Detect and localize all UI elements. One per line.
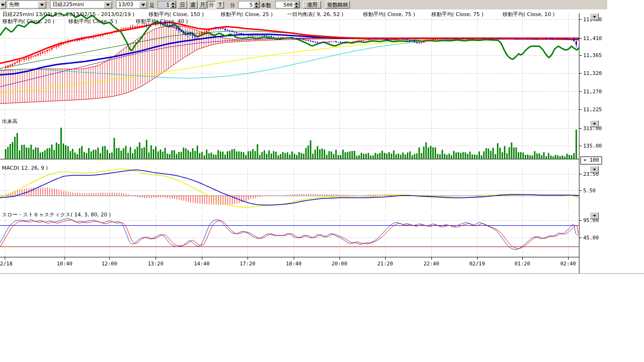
- x-axis-label: 13:20: [148, 261, 163, 267]
- minute-label: 分: [230, 2, 235, 9]
- bar-type-label: 足: [149, 2, 155, 9]
- x-axis-label: 17:20: [239, 261, 255, 267]
- macd-pane-title: MACD( 12, 26, 9 ): [2, 165, 48, 171]
- bar-interval-value: 1: [166, 2, 169, 8]
- stoch-pane-title: スロー・ストキャスティクス( 14, 3, 80, 20 ): [2, 211, 111, 218]
- legend-item: 移動平均( Close, 75 ): [363, 11, 415, 18]
- spin-up-button[interactable]: [170, 1, 176, 5]
- legend-item: 移動平均( Close, 20 ): [2, 18, 55, 25]
- spin-down-button[interactable]: [254, 5, 259, 8]
- instrument-type-select[interactable]: 先物: [7, 0, 47, 8]
- symbol-select[interactable]: 日経225mini: [50, 0, 113, 8]
- period-button-1[interactable]: 日: [178, 1, 187, 8]
- pane-menu-button[interactable]: [590, 120, 599, 127]
- x-axis-label: 21:20: [377, 261, 393, 267]
- multi-symbol-button[interactable]: 複数銘柄: [325, 1, 350, 8]
- y-axis-label: 45.00: [583, 235, 599, 241]
- volume-multiplier-box: × 100: [580, 156, 602, 165]
- y-axis-label: 11,365: [583, 52, 602, 58]
- left-partial-dropdown[interactable]: [0, 1, 6, 9]
- y-axis-label: 135.00: [583, 143, 602, 149]
- chevron-down-icon: [593, 123, 596, 125]
- symbol-value: 日経225mini: [50, 1, 112, 8]
- chevron-down-icon: [593, 16, 596, 18]
- x-axis-label: 20:00: [331, 261, 347, 267]
- bar-interval-stepper[interactable]: 1: [157, 1, 176, 8]
- x-axis-label: 10:40: [57, 261, 72, 267]
- chevron-down-icon[interactable]: [104, 1, 112, 8]
- legend-item: 移動平均( Close, 40 ): [136, 18, 188, 25]
- toolbar: 先物 日経225mini 13/03 足 1 日週月分T 分 5 本数 500 …: [0, 0, 607, 9]
- x-axis-label: 14:40: [194, 261, 209, 267]
- pane-menu-button[interactable]: [590, 166, 599, 173]
- x-axis-label: 12:00: [101, 261, 117, 267]
- period-button-5[interactable]: T: [216, 1, 224, 8]
- bar-count-stepper[interactable]: 500: [275, 1, 300, 8]
- minute-stepper[interactable]: 5: [238, 1, 260, 8]
- legend-item: 移動平均( Close, 5 ): [68, 18, 117, 25]
- volume-pane-title: 出来高: [2, 118, 17, 125]
- chevron-down-icon[interactable]: [139, 1, 147, 8]
- pane-menu-button[interactable]: [590, 13, 599, 20]
- apply-button[interactable]: 適用: [303, 1, 321, 8]
- spin-down-button[interactable]: [294, 5, 299, 8]
- x-axis-label: 01:20: [514, 261, 530, 267]
- x-axis-label: 02/18: [0, 261, 13, 267]
- legend-item: 移動平均( Close, 10 ): [503, 11, 555, 18]
- period-button-2[interactable]: 週: [188, 1, 198, 8]
- minute-value: 5: [249, 2, 253, 8]
- chevron-down-icon[interactable]: [38, 1, 46, 8]
- legend-item: 一目均衡表( 9, 26, 52 ): [287, 11, 344, 18]
- spin-down-button[interactable]: [170, 5, 176, 8]
- x-axis-label: 22:40: [423, 261, 439, 267]
- legend-item: 移動平均( Close, 150 ): [149, 11, 204, 18]
- chevron-down-icon: [593, 169, 596, 171]
- y-axis-label: 5.50: [583, 188, 596, 194]
- bar-count-label: 本数: [261, 2, 271, 9]
- legend-item: 移動平均( Close, 25 ): [221, 11, 273, 18]
- pane-menu-button[interactable]: [590, 212, 599, 219]
- spin-up-button[interactable]: [294, 1, 299, 5]
- period-button-3[interactable]: 月: [198, 1, 206, 8]
- bar-count-value: 500: [283, 2, 293, 8]
- period-button-4[interactable]: 分: [207, 1, 215, 8]
- spin-up-button[interactable]: [254, 1, 259, 5]
- x-axis-label: 02:40: [560, 261, 576, 267]
- y-axis-label: 11,225: [583, 107, 602, 113]
- y-axis-label: 11,270: [583, 89, 602, 95]
- legend-item: 移動平均( Close, 75 ): [431, 11, 484, 18]
- chart-canvas[interactable]: [0, 0, 644, 362]
- chevron-down-icon: [593, 215, 596, 217]
- x-axis-label: 02/19: [469, 261, 485, 267]
- y-axis-label: 11,410: [583, 35, 602, 41]
- contract-month-select[interactable]: 13/03: [116, 0, 148, 8]
- window-bottom-border: [0, 273, 644, 274]
- x-axis-label: 18:40: [286, 261, 301, 267]
- y-axis-label: 11,320: [583, 70, 602, 76]
- legend-item: 日経225mini 13/03( 5分, 2013/02/15 - 2013/0…: [2, 11, 134, 18]
